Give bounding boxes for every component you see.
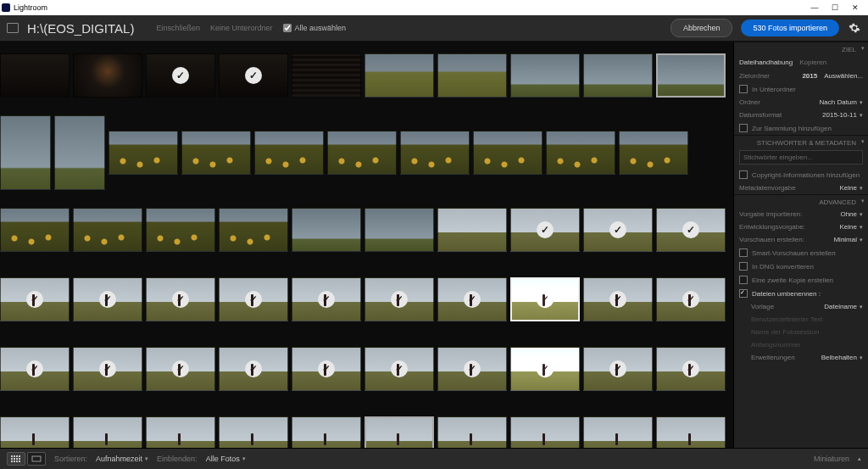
thumbnail[interactable]: [181, 131, 251, 175]
thumbnail[interactable]: ✓: [146, 277, 215, 321]
thumbnail[interactable]: [510, 416, 580, 448]
thumbnail[interactable]: ✓: [219, 53, 288, 98]
source-path[interactable]: H:\(EOS_DIGITAL): [27, 21, 134, 36]
thumbnail[interactable]: [0, 208, 70, 252]
thumbnail[interactable]: ✓: [510, 347, 580, 391]
thumbnails-size-control[interactable]: ▴: [858, 455, 861, 462]
thumbnail[interactable]: [437, 208, 507, 252]
second-copy-checkbox[interactable]: Eine zweite Kopie erstellen: [739, 273, 863, 287]
subfolder-checkbox[interactable]: In Unterordner: [739, 82, 863, 96]
thumbnail[interactable]: ✓: [583, 277, 653, 321]
thumbnail[interactable]: [364, 53, 434, 98]
section-keywords[interactable]: STICHWÖRTER & METADATEN: [734, 135, 868, 148]
extensions-dropdown[interactable]: Beibehalten▾: [821, 354, 863, 361]
import-button[interactable]: 530 Fotos importieren: [741, 20, 839, 36]
thumbnail[interactable]: [437, 416, 507, 448]
folder-dropdown[interactable]: Nach Datum▾: [820, 98, 863, 106]
thumbnail[interactable]: ✓: [0, 277, 70, 321]
thumbnail[interactable]: [292, 416, 361, 448]
settings-gear-icon[interactable]: [848, 21, 861, 35]
import-preset-dropdown[interactable]: Ohne▾: [840, 210, 863, 218]
thumbnail[interactable]: [146, 416, 215, 448]
include-label[interactable]: Einschließen: [156, 24, 200, 32]
thumbnail[interactable]: ✓: [437, 277, 507, 321]
thumbnail[interactable]: [327, 131, 397, 175]
thumbnail[interactable]: [546, 131, 615, 175]
previews-dropdown[interactable]: Minimal▾: [833, 236, 863, 243]
thumbnail[interactable]: [219, 416, 288, 448]
thumbnail[interactable]: ✓: [73, 347, 142, 391]
grid-view-button[interactable]: [7, 452, 25, 466]
cancel-button[interactable]: Abbrechen: [670, 19, 733, 37]
thumbnail[interactable]: [619, 131, 688, 175]
thumbnail[interactable]: ✓: [292, 277, 361, 321]
thumbnail[interactable]: [364, 416, 434, 448]
file-handling-option[interactable]: Dateihandhabung: [739, 59, 793, 66]
thumbnail[interactable]: ✓: [146, 347, 215, 391]
window-close-button[interactable]: ✕: [851, 3, 860, 12]
thumbnail[interactable]: [0, 416, 70, 448]
thumbnail[interactable]: ✓: [510, 277, 580, 321]
sort-dropdown[interactable]: Aufnahmezeit▾: [96, 455, 148, 463]
rename-checkbox[interactable]: Dateien umbenennen :: [739, 287, 863, 300]
thumbnail[interactable]: ✓: [219, 347, 288, 391]
checkmark-icon: ✓: [537, 360, 554, 377]
window-maximize-button[interactable]: ☐: [831, 3, 839, 12]
thumbnail[interactable]: ✓: [292, 347, 361, 391]
thumbnail[interactable]: [219, 208, 288, 252]
meta-preset-dropdown[interactable]: Keine▾: [840, 184, 863, 192]
thumbnail[interactable]: ✓: [583, 347, 653, 391]
thumbnail[interactable]: ✓: [364, 277, 434, 321]
thumbnail[interactable]: [73, 53, 142, 98]
choose-folder-link[interactable]: Auswählen...: [824, 72, 863, 80]
thumbnail[interactable]: ✓: [510, 208, 580, 252]
keywords-input[interactable]: Stichwörter eingeben...: [739, 150, 863, 165]
filter-dropdown[interactable]: Alle Fotos▾: [206, 455, 246, 463]
thumbnail[interactable]: [400, 131, 470, 175]
thumbnail[interactable]: [292, 208, 361, 252]
thumbnail[interactable]: [0, 115, 51, 190]
thumbnail[interactable]: ✓: [656, 208, 726, 252]
copy-option[interactable]: Kopieren: [799, 59, 826, 66]
thumbnail[interactable]: [364, 208, 434, 252]
section-ziel[interactable]: ZIEL: [734, 42, 868, 55]
thumbnail[interactable]: [0, 53, 70, 98]
thumbnail[interactable]: ✓: [656, 347, 726, 391]
date-format-dropdown[interactable]: 2015-10-11▾: [822, 111, 863, 119]
thumbnail-grid[interactable]: ✓✓✓✓✓✓✓✓✓✓✓✓✓✓✓✓✓✓✓✓✓✓✓✓✓: [0, 42, 733, 448]
thumbnail[interactable]: ✓: [364, 347, 434, 391]
thumbnail[interactable]: [656, 53, 726, 98]
thumbnail[interactable]: [146, 208, 215, 252]
thumbnail[interactable]: [254, 131, 324, 175]
thumbnail[interactable]: [292, 53, 361, 98]
select-all-input[interactable]: [283, 24, 292, 32]
thumbnail[interactable]: [73, 208, 142, 252]
smart-previews-checkbox[interactable]: Smart-Vorschauen erstellen: [739, 246, 863, 260]
thumbnail[interactable]: [473, 131, 542, 175]
thumbnail[interactable]: ✓: [73, 277, 142, 321]
thumbnail[interactable]: [108, 131, 178, 175]
thumbnail[interactable]: [73, 416, 142, 448]
thumbnail[interactable]: [437, 53, 507, 98]
dev-preset-dropdown[interactable]: Keine▾: [840, 223, 863, 231]
thumbnail[interactable]: [510, 53, 580, 98]
loupe-view-button[interactable]: [27, 452, 46, 466]
section-advanced[interactable]: ADVANCED: [734, 194, 868, 208]
thumbnail[interactable]: [656, 416, 726, 448]
template-dropdown[interactable]: Dateiname▾: [824, 303, 863, 310]
thumbnail[interactable]: ✓: [146, 53, 215, 98]
thumbnail[interactable]: ✓: [0, 347, 70, 391]
thumbnail[interactable]: [583, 53, 653, 98]
select-all-checkbox[interactable]: Alle auswählen: [283, 24, 347, 32]
thumbnail[interactable]: [54, 115, 105, 190]
window-minimize-button[interactable]: —: [810, 3, 819, 12]
add-collection-checkbox[interactable]: Zur Sammlung hinzufügen: [739, 121, 863, 135]
no-subfolders-label[interactable]: Keine Unterordner: [210, 24, 273, 32]
thumbnail[interactable]: ✓: [437, 347, 507, 391]
dng-checkbox[interactable]: In DNG konvertieren: [739, 260, 863, 273]
thumbnail[interactable]: ✓: [656, 277, 726, 321]
thumbnail[interactable]: ✓: [219, 277, 288, 321]
copyright-checkbox[interactable]: Copyright-Informationen hinzufügen: [739, 168, 863, 181]
thumbnail[interactable]: ✓: [583, 208, 653, 252]
thumbnail[interactable]: [583, 416, 653, 448]
